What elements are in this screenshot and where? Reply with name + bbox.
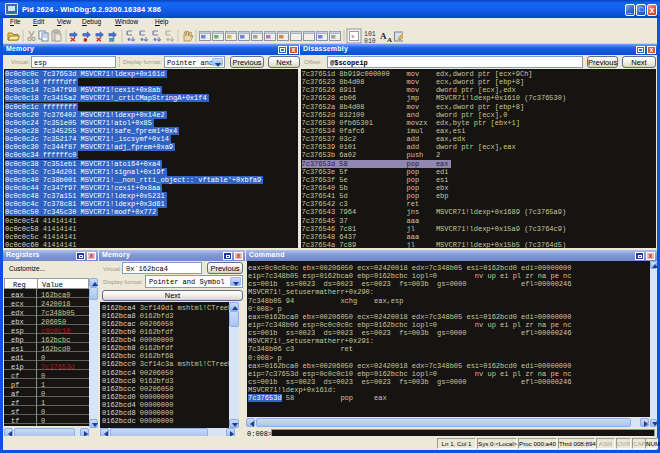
svg-text:s: s [351,33,355,40]
svg-text:A: A [387,36,392,44]
svg-text:A: A [380,31,387,41]
